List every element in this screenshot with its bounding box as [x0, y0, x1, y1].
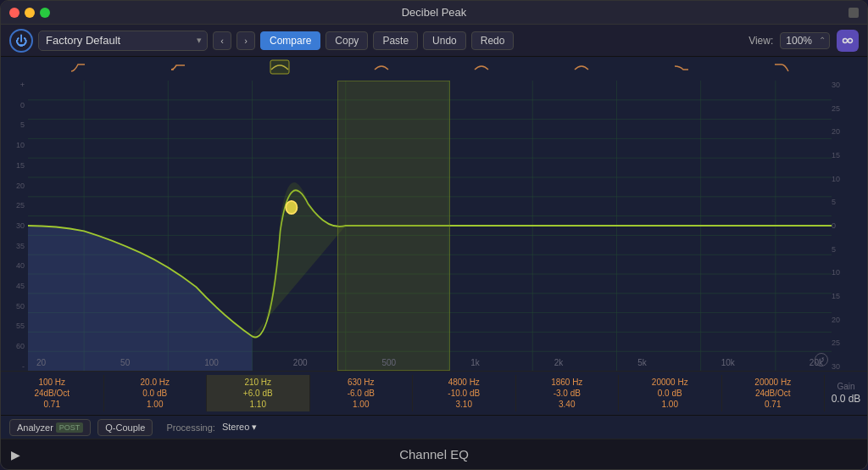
bottom-controls: Analyzer POST Q-Couple Processing: Stere… — [1, 415, 867, 439]
band7-freq: 20000 Hz — [652, 378, 688, 387]
band5-q: 3.10 — [456, 400, 472, 409]
band3-freq: 210 Hz — [244, 378, 271, 387]
band-info-area: 100 Hz 24dB/Oct 0.71 20.0 Hz 0.0 dB 1.00… — [1, 371, 867, 439]
link-icon — [842, 35, 854, 47]
band3-highlight — [337, 81, 450, 371]
band-icon-row — [28, 57, 832, 81]
band-info-row: 100 Hz 24dB/Oct 0.71 20.0 Hz 0.0 dB 1.00… — [1, 371, 867, 415]
svg-point-0 — [843, 38, 848, 42]
prev-button[interactable]: ‹ — [213, 31, 231, 50]
band4-cell[interactable]: 630 Hz -6.0 dB 1.00 — [310, 375, 414, 411]
band3-cell[interactable]: 210 Hz +6.0 dB 1.10 — [207, 375, 310, 411]
footer-title: Channel EQ — [399, 447, 469, 462]
band8-q: 0.71 — [765, 400, 781, 409]
eq-area[interactable]: + 0 5 10 15 20 25 30 35 40 45 50 55 60 - — [1, 57, 867, 439]
band3-db: +6.0 dB — [243, 389, 273, 398]
reset-button[interactable]: ↺ — [815, 353, 828, 366]
preset-dropdown[interactable]: Factory Default — [38, 31, 208, 51]
compare-button[interactable]: Compare — [260, 31, 320, 50]
redo-button[interactable]: Redo — [471, 31, 515, 50]
title-bar: Decibel Peak — [1, 1, 867, 25]
processing-select[interactable]: Stereo ▾ — [222, 422, 257, 433]
band4-icon[interactable] — [373, 59, 390, 78]
band4-q: 1.00 — [353, 400, 369, 409]
power-button[interactable]: ⏻ — [9, 29, 33, 53]
link-button[interactable] — [837, 30, 859, 52]
window-title: Decibel Peak — [402, 6, 467, 19]
band4-freq: 630 Hz — [348, 378, 375, 387]
band2-q: 1.00 — [147, 400, 163, 409]
band2-db: 0.0 dB — [142, 389, 167, 398]
band1-icon[interactable] — [70, 59, 86, 78]
band8-icon[interactable] — [773, 59, 790, 78]
paste-button[interactable]: Paste — [373, 31, 418, 50]
band2-icon[interactable] — [170, 59, 186, 78]
band5-freq: 4800 Hz — [448, 378, 480, 387]
svg-rect-4 — [270, 60, 289, 74]
qcouple-button[interactable]: Q-Couple — [97, 419, 153, 436]
svg-point-1 — [849, 38, 853, 42]
traffic-lights — [9, 8, 50, 18]
band7-q: 1.00 — [662, 400, 678, 409]
db-labels-right: 30 25 20 15 10 5 0 5 10 15 20 25 30 — [832, 57, 855, 439]
band7-cell[interactable]: 20000 Hz 0.0 dB 1.00 — [619, 375, 722, 411]
band1-freq: 100 Hz — [38, 378, 65, 387]
processing-label: Processing: — [166, 422, 214, 433]
band6-freq: 1860 Hz — [551, 378, 582, 387]
band5-db: -10.0 dB — [448, 389, 480, 398]
view-dropdown[interactable]: 100% — [780, 32, 830, 49]
band1-q: 0.71 — [44, 400, 60, 409]
resize-handle[interactable] — [849, 8, 859, 18]
close-button[interactable] — [9, 8, 19, 18]
view-label: View: — [748, 35, 773, 47]
band8-db: 24dB/Oct — [755, 389, 791, 398]
footer-bar: ▶ Channel EQ — [1, 439, 867, 469]
main-window: Decibel Peak ⏻ Factory Default ‹ › Compa… — [0, 0, 868, 470]
band4-db: -6.0 dB — [348, 389, 375, 398]
band6-db: -3.0 dB — [554, 389, 581, 398]
undo-button[interactable]: Undo — [423, 31, 466, 50]
band6-cell[interactable]: 1860 Hz -3.0 dB 3.40 — [516, 375, 620, 411]
maximize-button[interactable] — [40, 8, 50, 18]
band8-cell[interactable]: 20000 Hz 24dB/Oct 0.71 — [722, 375, 826, 411]
post-badge: POST — [56, 422, 84, 433]
band3-icon[interactable] — [270, 59, 290, 78]
band1-db: 24dB/Oct — [34, 389, 70, 398]
band8-freq: 20000 Hz — [754, 378, 791, 387]
svg-point-28 — [286, 201, 297, 214]
band2-cell[interactable]: 20.0 Hz 0.0 dB 1.00 — [104, 375, 208, 411]
view-section: View: 100% — [748, 30, 859, 52]
eq-main: + 0 5 10 15 20 25 30 35 40 45 50 55 60 - — [1, 57, 867, 439]
band7-db: 0.0 dB — [658, 389, 682, 398]
band5-icon[interactable] — [473, 59, 490, 78]
band6-q: 3.40 — [559, 400, 575, 409]
band3-q: 1.10 — [250, 400, 266, 409]
band7-icon[interactable] — [673, 59, 690, 78]
copy-button[interactable]: Copy — [326, 31, 368, 50]
eq-canvas[interactable] — [28, 81, 832, 371]
next-button[interactable]: › — [236, 31, 255, 50]
band6-icon[interactable] — [573, 59, 590, 78]
minimize-button[interactable] — [25, 8, 35, 18]
freq-bar: 20 50 100 200 500 1k 2k 5k 10k 20k — [28, 354, 832, 371]
band2-freq: 20.0 Hz — [141, 378, 170, 387]
play-button[interactable]: ▶ — [11, 448, 20, 462]
toolbar: ⏻ Factory Default ‹ › Compare Copy Paste… — [1, 25, 867, 57]
band5-cell[interactable]: 4800 Hz -10.0 dB 3.10 — [413, 375, 516, 411]
db-labels-left: + 0 5 10 15 20 25 30 35 40 45 50 55 60 - — [1, 57, 28, 439]
